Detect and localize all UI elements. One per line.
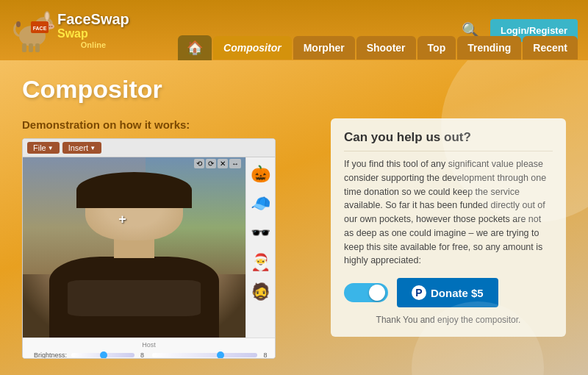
donate-button[interactable]: P Donate $5 bbox=[397, 278, 498, 307]
crosshair-marker: + bbox=[118, 212, 126, 227]
sticker-cap[interactable]: 🧢 bbox=[248, 191, 273, 216]
tab-shooter[interactable]: Shooter bbox=[356, 36, 416, 60]
logo-text: FaceSwap Swap Online bbox=[57, 11, 129, 49]
donation-body: If you find this tool of any significant… bbox=[344, 157, 553, 268]
right-sliders: 8 6 bbox=[152, 350, 270, 359]
header: FACE FaceSwap Swap Online 🔍 Login/Regist… bbox=[0, 0, 588, 60]
svg-text:FACE: FACE bbox=[33, 26, 47, 31]
donation-title: Can you help us out? bbox=[344, 130, 553, 151]
demo-label: Demonstration on how it works: bbox=[22, 118, 316, 131]
nav-tabs: 🏠 Compositor Morpher Shooter Top Trendin… bbox=[178, 35, 578, 60]
brightness-row: Brightness: 8 bbox=[29, 351, 146, 359]
page-title-area: Compositor bbox=[0, 60, 588, 111]
donation-panel: Can you help us out? If you find this to… bbox=[331, 118, 566, 337]
painting-background: + ⟲ ⟳ ✕ ↔ bbox=[23, 157, 245, 338]
sticker-beard[interactable]: 🧔 bbox=[248, 279, 273, 304]
donate-label: Donate $5 bbox=[431, 287, 484, 299]
content-row: Demonstration on how it works: File Inse… bbox=[0, 111, 588, 366]
toggle-knob bbox=[369, 285, 385, 301]
sticker-santa[interactable]: 🎅 bbox=[248, 250, 273, 275]
tab-trending-label: Trending bbox=[467, 42, 511, 54]
brightness-label: Brightness: bbox=[29, 351, 67, 359]
tab-shooter-label: Shooter bbox=[367, 42, 406, 54]
donation-toggle[interactable] bbox=[344, 283, 388, 302]
brightness-val: 8 bbox=[139, 351, 146, 359]
tab-compositor[interactable]: Compositor bbox=[213, 36, 292, 60]
canvas-toolbar-icons: ⟲ ⟳ ✕ ↔ bbox=[194, 159, 241, 168]
demo-sliders: Host Brightness: 8 Contrast: bbox=[23, 338, 275, 359]
home-icon: 🏠 bbox=[187, 40, 203, 55]
demo-canvas[interactable]: + ⟲ ⟳ ✕ ↔ bbox=[23, 157, 245, 338]
double-slider-area: Brightness: 8 Contrast: bbox=[29, 350, 269, 359]
insert-button[interactable]: Insert bbox=[62, 142, 101, 154]
file-button[interactable]: File bbox=[27, 142, 60, 154]
tab-morpher-label: Morpher bbox=[304, 42, 345, 54]
left-sliders: Brightness: 8 Contrast: bbox=[29, 350, 146, 359]
brightness-val2: 8 bbox=[262, 351, 269, 359]
tab-recent-label: Recent bbox=[533, 42, 567, 54]
paypal-letter: P bbox=[415, 287, 422, 299]
host-label: Host bbox=[29, 341, 269, 349]
sticker-sunglasses[interactable]: 🕶️ bbox=[248, 221, 273, 246]
svg-point-12 bbox=[16, 21, 21, 27]
demo-toolbar: File Insert bbox=[23, 139, 275, 157]
brightness-track2[interactable] bbox=[152, 353, 258, 357]
tab-home[interactable]: 🏠 bbox=[178, 35, 212, 60]
svg-rect-11 bbox=[35, 43, 40, 52]
main-content: Compositor Demonstration on how it works… bbox=[0, 60, 588, 375]
logo-face-swap: FaceSwap bbox=[57, 11, 129, 27]
svg-rect-9 bbox=[22, 43, 26, 52]
demo-box: File Insert bbox=[22, 138, 276, 359]
demo-canvas-area: + ⟲ ⟳ ✕ ↔ 🎃 🧢 bbox=[23, 157, 275, 338]
svg-rect-10 bbox=[29, 43, 33, 52]
tab-compositor-label: Compositor bbox=[223, 42, 282, 54]
paypal-icon: P bbox=[412, 285, 426, 300]
tab-morpher[interactable]: Morpher bbox=[293, 36, 355, 60]
svg-point-3 bbox=[46, 12, 49, 21]
brightness-track[interactable] bbox=[71, 353, 135, 357]
sticker-sidebar: 🎃 🧢 🕶️ 🎅 🧔 bbox=[245, 157, 275, 338]
tab-trending[interactable]: Trending bbox=[457, 36, 521, 60]
svg-point-8 bbox=[51, 26, 53, 27]
donation-actions: P Donate $5 bbox=[344, 278, 553, 307]
svg-point-7 bbox=[49, 26, 51, 27]
tab-top[interactable]: Top bbox=[417, 36, 456, 60]
demo-panel: Demonstration on how it works: File Inse… bbox=[22, 118, 316, 359]
page-title: Compositor bbox=[22, 75, 566, 104]
thank-you-text: Thank You and enjoy the compositor. bbox=[344, 315, 553, 325]
logo-area: FACE FaceSwap Swap Online bbox=[10, 7, 129, 54]
painting-hands bbox=[68, 280, 201, 316]
tab-recent[interactable]: Recent bbox=[523, 36, 578, 60]
tab-top-label: Top bbox=[428, 42, 446, 54]
brightness-row2: 8 bbox=[152, 351, 270, 359]
logo-mascot: FACE bbox=[10, 7, 54, 54]
logo-online: Online bbox=[57, 40, 129, 49]
logo-face-swap-2: Swap bbox=[57, 27, 129, 40]
sticker-pumpkin[interactable]: 🎃 bbox=[248, 162, 273, 187]
painting-hair bbox=[76, 172, 193, 208]
